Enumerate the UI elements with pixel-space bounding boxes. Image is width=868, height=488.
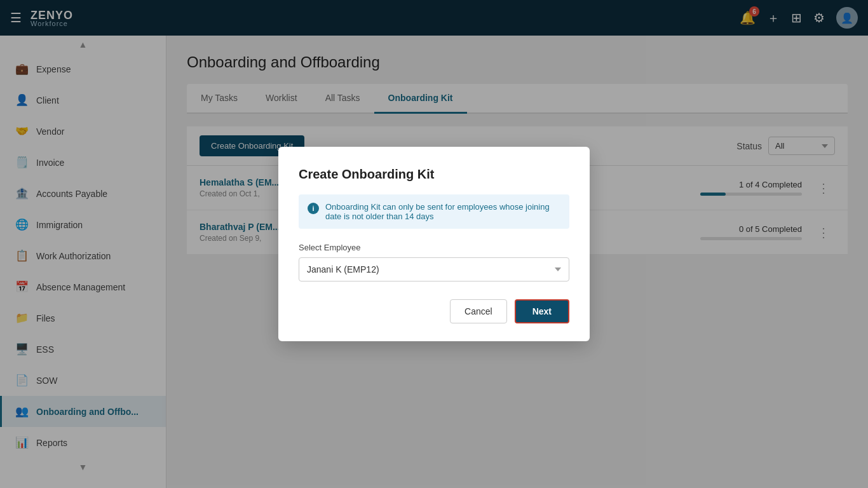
- modal-title: Create Onboarding Kit: [299, 167, 569, 182]
- modal-select-wrapper: Janani K (EMP12) Hemalatha S Bharathvaj …: [299, 257, 569, 281]
- modal-info-text: Onboarding Kit can only be sent for empl…: [325, 202, 560, 221]
- modal-overlay: Create Onboarding Kit i Onboarding Kit c…: [0, 0, 868, 488]
- next-button[interactable]: Next: [515, 299, 569, 323]
- modal-dialog: Create Onboarding Kit i Onboarding Kit c…: [278, 147, 590, 341]
- modal-select-label: Select Employee: [299, 243, 569, 252]
- employee-select[interactable]: Janani K (EMP12) Hemalatha S Bharathvaj …: [299, 257, 569, 281]
- modal-info-box: i Onboarding Kit can only be sent for em…: [299, 194, 569, 229]
- modal-actions: Cancel Next: [299, 299, 569, 323]
- cancel-button[interactable]: Cancel: [450, 299, 507, 323]
- info-icon: i: [308, 203, 319, 214]
